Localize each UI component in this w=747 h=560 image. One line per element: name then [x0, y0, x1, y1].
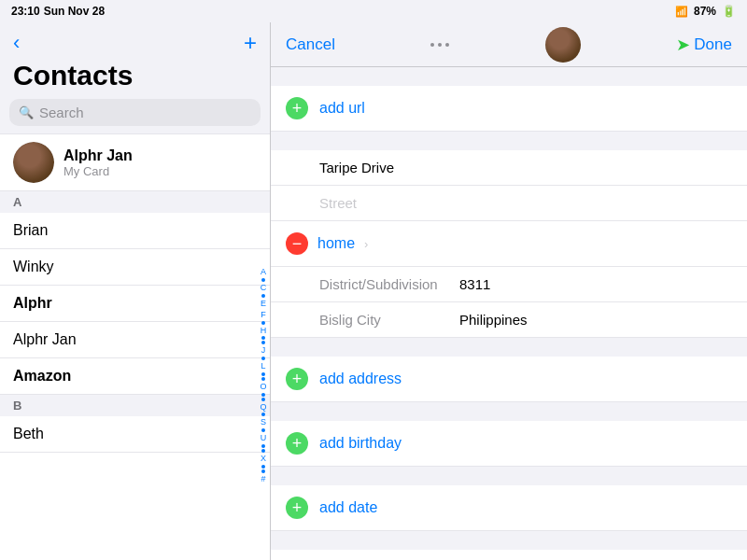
alpha-dot[interactable]	[261, 428, 265, 432]
edit-contact-panel: Cancel ➤ Done + add url	[271, 22, 747, 560]
cancel-button[interactable]: Cancel	[286, 35, 335, 54]
add-birthday-row[interactable]: + add birthday	[271, 421, 747, 467]
alpha-c[interactable]: C	[261, 283, 267, 293]
remove-address-button[interactable]: −	[286, 232, 308, 255]
my-card[interactable]: Alphr Jan My Card	[0, 133, 270, 191]
alpha-x[interactable]: X	[261, 454, 266, 464]
alpha-index: A C E F H J L O Q S	[257, 191, 270, 560]
add-address-button[interactable]: +	[286, 368, 308, 390]
city-label: Bislig City	[319, 312, 459, 328]
form-content: + add url Taripe Drive Street − home ›	[271, 67, 747, 560]
list-item[interactable]: Alphr Jan	[0, 322, 270, 358]
address-block: Taripe Drive Street − home › District/Su…	[271, 150, 747, 338]
add-address-row[interactable]: + add address	[271, 357, 747, 402]
add-url-label: add url	[319, 100, 365, 117]
alpha-dot[interactable]	[261, 398, 265, 401]
time: 23:10	[11, 5, 40, 18]
wifi-icon: 📶	[675, 6, 688, 18]
district-row[interactable]: District/Subdivision 8311	[271, 267, 747, 302]
list-item[interactable]: Alphr	[0, 286, 270, 322]
search-icon: 🔍	[19, 105, 34, 119]
contacts-panel: ‹ + Contacts 🔍 Search Alphr Jan My Card …	[0, 22, 271, 560]
alpha-dot[interactable]	[261, 465, 265, 469]
add-url-button[interactable]: +	[286, 97, 308, 119]
three-dots	[430, 43, 449, 47]
alpha-hash[interactable]: #	[261, 474, 265, 484]
section-header-a: A	[0, 191, 270, 213]
date: Sun Nov 28	[44, 5, 105, 18]
alpha-j[interactable]: J	[261, 345, 266, 356]
alpha-dot[interactable]	[261, 377, 265, 381]
list-item[interactable]: Amazon	[0, 358, 270, 395]
home-label-row[interactable]: − home ›	[271, 221, 747, 267]
status-bar: 23:10 Sun Nov 28 📶 87% 🔋	[0, 0, 747, 22]
done-arrow-icon: ➤	[676, 35, 690, 55]
divider	[271, 132, 747, 150]
alpha-o[interactable]: O	[260, 382, 266, 392]
list-item[interactable]: Beth	[0, 416, 270, 453]
edit-header: Cancel ➤ Done	[271, 22, 747, 67]
back-button[interactable]: ‹	[13, 31, 20, 55]
battery-icon: 🔋	[722, 5, 736, 18]
list-item[interactable]: Brian	[0, 213, 270, 249]
alpha-dot[interactable]	[261, 449, 265, 453]
city-value: Philippines	[459, 312, 732, 328]
status-left: 23:10 Sun Nov 28	[11, 5, 105, 18]
divider	[271, 402, 747, 421]
alpha-dot[interactable]	[261, 341, 265, 344]
alpha-dot[interactable]	[261, 444, 265, 448]
district-value: 8311	[459, 276, 732, 292]
contacts-list: A Brian Winky Alphr Alphr Jan Amazon B B…	[0, 191, 270, 560]
search-bar[interactable]: 🔍 Search	[9, 99, 261, 126]
add-birthday-button[interactable]: +	[286, 432, 308, 455]
street-value: Taripe Drive	[319, 160, 732, 175]
alpha-dot[interactable]	[261, 393, 265, 397]
alpha-u[interactable]: U	[261, 433, 267, 443]
add-date-label: add date	[319, 499, 377, 516]
street-value-row[interactable]: Taripe Drive	[271, 150, 747, 186]
city-row[interactable]: Bislig City Philippines	[271, 302, 747, 338]
alpha-dot[interactable]	[261, 413, 265, 416]
alpha-f[interactable]: F	[261, 310, 266, 320]
avatar-image	[13, 142, 54, 183]
add-related-name-row[interactable]: + add related name	[271, 550, 747, 560]
alpha-q[interactable]: Q	[260, 402, 266, 413]
add-birthday-label: add birthday	[319, 435, 402, 452]
contacts-header: ‹ +	[0, 22, 270, 60]
alpha-dot[interactable]	[261, 469, 265, 473]
avatar	[13, 142, 54, 183]
dot	[438, 43, 442, 47]
alpha-a[interactable]: A	[261, 267, 266, 277]
alpha-dot[interactable]	[261, 357, 265, 360]
dot	[430, 43, 434, 47]
add-url-row[interactable]: + add url	[271, 86, 747, 132]
add-date-row[interactable]: + add date	[271, 485, 747, 531]
search-input[interactable]: Search	[39, 105, 84, 120]
divider	[271, 467, 747, 485]
add-date-button[interactable]: +	[286, 497, 308, 519]
page-title: Contacts	[0, 60, 270, 99]
alpha-e[interactable]: E	[261, 299, 266, 309]
home-label: home	[317, 235, 355, 252]
district-label: District/Subdivision	[319, 276, 459, 292]
status-right: 📶 87% 🔋	[675, 5, 736, 18]
street-placeholder: Street	[319, 195, 732, 211]
battery-text: 87%	[694, 5, 716, 18]
alpha-s[interactable]: S	[261, 417, 266, 427]
alpha-dot[interactable]	[261, 278, 265, 282]
chevron-right-icon: ›	[364, 237, 368, 251]
street-placeholder-row[interactable]: Street	[271, 186, 747, 221]
alpha-dot[interactable]	[261, 294, 265, 298]
alpha-l[interactable]: L	[261, 361, 265, 371]
add-contact-button[interactable]: +	[244, 30, 257, 56]
alpha-h[interactable]: H	[261, 326, 267, 336]
section-header-b: B	[0, 395, 270, 416]
alpha-dot[interactable]	[261, 372, 265, 376]
add-address-label: add address	[319, 371, 402, 387]
alpha-dot[interactable]	[261, 321, 265, 325]
header-avatar	[545, 27, 581, 63]
list-item[interactable]: Winky	[0, 249, 270, 286]
done-button[interactable]: ➤ Done	[676, 35, 732, 55]
alpha-dot[interactable]	[261, 336, 265, 340]
divider	[271, 67, 747, 86]
